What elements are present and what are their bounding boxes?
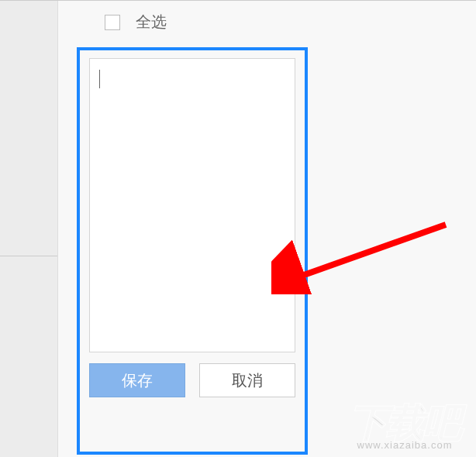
text-cursor-icon [99, 70, 100, 88]
select-all-row: 全选 [105, 12, 167, 33]
content-panel: 全选 保存 取消 [57, 1, 476, 457]
button-row: 保存 取消 [89, 363, 295, 397]
select-all-checkbox[interactable] [105, 15, 120, 30]
save-button[interactable]: 保存 [89, 363, 185, 397]
cancel-button[interactable]: 取消 [199, 363, 295, 397]
text-input-area[interactable] [89, 58, 295, 352]
left-divider [0, 256, 57, 256]
select-all-label: 全选 [136, 12, 167, 33]
